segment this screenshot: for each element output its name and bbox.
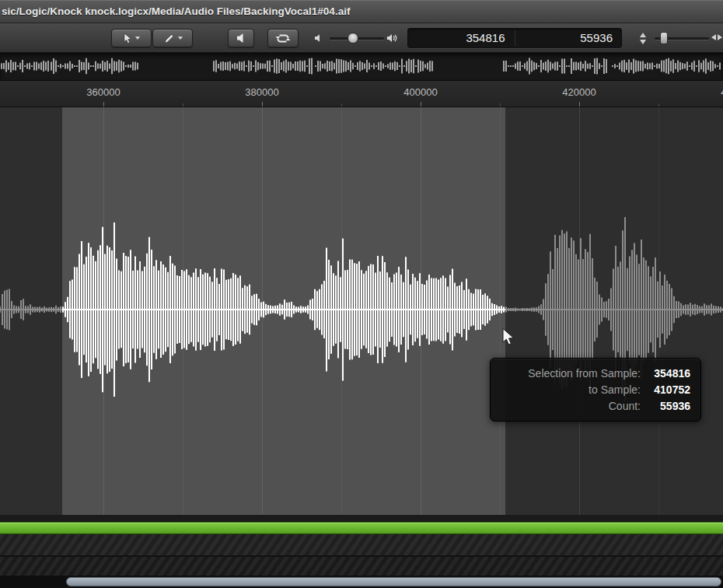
ruler-tick-major: [103, 102, 104, 107]
ruler-label: 420000: [562, 86, 596, 98]
chevron-down-icon: [135, 37, 140, 40]
pencil-icon: [163, 33, 175, 44]
title-bar: sic/Logic/Knock knock.logicx/Media/Audio…: [0, 0, 723, 23]
selection-tooltip: Selection from Sample:354816to Sample:41…: [490, 358, 701, 422]
arrow-right-icon: [718, 34, 722, 40]
overview-waveform: [0, 53, 723, 81]
file-path-title: sic/Logic/Knock knock.logicx/Media/Audio…: [2, 0, 350, 23]
horizontal-zoom-arrows-icon[interactable]: [711, 34, 722, 40]
toolbar: 354816 55936: [0, 23, 723, 53]
mouse-cursor: [502, 328, 516, 348]
audio-file-editor-window: sic/Logic/Knock knock.logicx/Media/Audio…: [0, 0, 723, 588]
zoom-slider-thumb[interactable]: [660, 32, 668, 44]
empty-area-stripes: [0, 534, 723, 555]
waveform-graph: [0, 107, 723, 515]
chevron-down-icon: [178, 37, 183, 40]
bottom-gap-band: [0, 515, 723, 522]
selection-length-value-field[interactable]: 55936: [515, 28, 623, 48]
waveform-overview-strip[interactable]: [0, 53, 723, 81]
ruler-tick-minor: [183, 103, 183, 107]
scrollbar-thumb[interactable]: [66, 577, 721, 586]
selection-start-value-field[interactable]: 354816: [407, 28, 515, 48]
arrow-up-icon: [640, 33, 646, 37]
tooltip-value: 354816: [645, 366, 690, 381]
empty-area-stripes: [0, 557, 723, 576]
ruler-tick-minor: [500, 103, 501, 107]
loop-icon: [275, 33, 291, 44]
sample-ruler[interactable]: 360000380000400000420000440000: [0, 81, 723, 107]
tooltip-label: Count:: [501, 398, 641, 414]
speaker-low-icon: [314, 33, 323, 43]
speaker-high-icon: [386, 33, 398, 44]
ruler-tick-minor: [341, 103, 342, 107]
pencil-tool-button[interactable]: [152, 29, 193, 47]
ruler-tick-major: [421, 102, 421, 107]
ruler-tick-minor: [658, 103, 659, 107]
ruler-label: 360000: [86, 86, 120, 98]
region-overview-bar[interactable]: [0, 522, 723, 534]
vertical-zoom-stepper[interactable]: [636, 28, 650, 48]
tooltip-value: 410752: [645, 382, 690, 397]
cycle-button[interactable]: [267, 29, 299, 47]
prelisten-button[interactable]: [228, 29, 254, 47]
speaker-icon: [236, 33, 246, 44]
tooltip-label: to Sample:: [501, 382, 641, 397]
ruler-label: 380000: [245, 86, 278, 98]
arrow-left-icon: [711, 34, 716, 40]
sample-display-panel: 354816 55936: [407, 28, 622, 48]
arrow-down-icon: [640, 40, 646, 44]
pointer-tool-button[interactable]: [111, 29, 152, 47]
tooltip-label: Selection from Sample:: [501, 366, 641, 381]
ruler-tick-major: [579, 102, 580, 107]
ruler-tick-major: [262, 102, 263, 107]
volume-slider-thumb[interactable]: [348, 33, 358, 44]
ruler-label: 400000: [403, 86, 437, 98]
waveform-display[interactable]: Selection from Sample:354816to Sample:41…: [0, 107, 723, 515]
tooltip-value: 55936: [645, 398, 690, 414]
horizontal-scrollbar[interactable]: [0, 576, 723, 588]
pointer-icon: [123, 33, 132, 44]
